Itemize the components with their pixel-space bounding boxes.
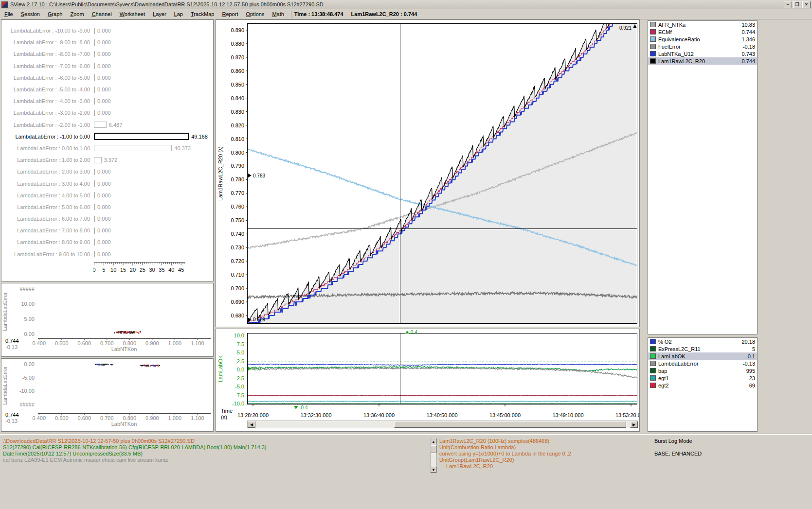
channel-row--o2[interactable]: % O220.18 <box>648 338 757 345</box>
scatter-plot-lower-panel[interactable]: LambdaLabError0.00-5.00-10.00#####0.4000… <box>1 358 214 432</box>
lambda-error-histogram-panel[interactable]: LambdaLabError : -10.00 to -9.000.000Lam… <box>1 19 214 281</box>
sub-graph-panel[interactable]: 10.07.55.02.50.0-2.5-5.0-7.5-10.0LamLabO… <box>216 329 640 432</box>
menu-item-report[interactable]: Report <box>218 10 242 18</box>
menu-item-layer[interactable]: Layer <box>149 10 170 18</box>
svg-text:0.810: 0.810 <box>231 136 244 142</box>
channel-row-lamlabok[interactable]: LamLabOK-0.1 <box>648 352 757 360</box>
histogram-row[interactable]: LambdaLabError : -10.00 to -9.000.000 <box>1 25 213 36</box>
channel-info-scrollbar-thumb[interactable] <box>431 445 436 453</box>
channel-row-egt2[interactable]: egt269 <box>648 382 757 389</box>
histogram-row-value: 0.000 <box>97 87 111 92</box>
main-graph-svg[interactable]: 0.8900.8800.8700.8600.8500.8400.8300.820… <box>216 20 639 327</box>
menu-item-channel[interactable]: Channel <box>88 10 116 18</box>
svg-text:13:40:50.000: 13:40:50.000 <box>426 412 457 418</box>
channel-row-lam1rawl2c-r20[interactable]: Lam1RawL2C_R200.744 <box>648 57 757 65</box>
time-scrollbar-track[interactable] <box>255 421 630 428</box>
histogram-row[interactable]: LambdaLabError : 3.00 to 4.000.000 <box>1 177 213 189</box>
upper-threshold-marker-icon <box>405 331 409 333</box>
svg-text:1.000: 1.000 <box>168 415 182 421</box>
svg-text:0.780: 0.780 <box>231 176 244 182</box>
channel-row-fuelerror[interactable]: FuelError-0.18 <box>648 43 757 50</box>
menu-item-session[interactable]: Session <box>17 10 44 18</box>
histogram-row[interactable]: LambdaLabError : -8.00 to -7.000.000 <box>1 48 213 60</box>
channel-row-bap[interactable]: bap995 <box>648 367 757 374</box>
histogram-row[interactable]: LambdaLabError : -1.00 to 0.0049.168 <box>1 131 213 142</box>
channel-row-expressl2c-r11[interactable]: ExPressL2C_R115 <box>648 345 757 352</box>
channel-row-afr-ntka[interactable]: AFR_NTKa10.83 <box>648 21 757 28</box>
svg-text:0.800: 0.800 <box>231 150 244 156</box>
histogram-row-label: LambdaLabError : 6.00 to 7.00 <box>1 216 90 222</box>
svg-text:10.00: 10.00 <box>21 301 35 307</box>
histogram-row[interactable]: LambdaLabError : 5.00 to 6.000.000 <box>1 201 213 213</box>
histogram-row[interactable]: LambdaLabError : -5.00 to -4.000.000 <box>1 84 213 95</box>
main-graph-panel[interactable]: 0.8900.8800.8700.8600.8500.8400.8300.820… <box>216 19 640 327</box>
svg-text:-7.5: -7.5 <box>235 392 244 398</box>
channel-info-scrollbar[interactable]: ▲ ▼ <box>430 438 437 473</box>
histogram-row[interactable]: LambdaLabError : 9.00 to 10.000.000 <box>1 248 213 260</box>
channel-row-lambdalaberror[interactable]: LambdaLabError-0.13 <box>648 360 757 367</box>
svg-text:-2.5: -2.5 <box>235 375 244 381</box>
channel-info-scrollbar-track[interactable] <box>431 444 436 467</box>
menu-item-lap[interactable]: Lap <box>170 10 187 18</box>
histogram-row[interactable]: LambdaLabError : -4.00 to -3.000.000 <box>1 95 213 107</box>
histogram-row[interactable]: LambdaLabError : -9.00 to -8.000.000 <box>1 36 213 48</box>
menubar: FileSessionGraphZoomChannelWorksheetLaye… <box>0 9 812 19</box>
channel-value: 69 <box>749 383 755 388</box>
channel-name: ExPressL2C_R11 <box>658 346 752 352</box>
time-scrollbar[interactable]: ◀ ▶ <box>247 421 638 428</box>
histogram-row[interactable]: LambdaLabError : -6.00 to -5.000.000 <box>1 72 213 84</box>
menu-item-trackmap[interactable]: TrackMap <box>187 10 218 18</box>
scroll-down-button[interactable]: ▼ <box>431 467 436 473</box>
histogram-row[interactable]: LambdaLabError : 4.00 to 5.000.000 <box>1 190 213 201</box>
channel-row-egt1[interactable]: egt123 <box>648 374 757 382</box>
histogram-bar <box>94 74 95 81</box>
scatter-lower-svg[interactable]: LambdaLabError0.00-5.00-10.00#####0.4000… <box>1 359 213 431</box>
svg-text:0.659: 0.659 <box>253 317 265 322</box>
svg-text:0.870: 0.870 <box>231 54 244 60</box>
svg-text:0.00: 0.00 <box>24 331 35 337</box>
svg-text:0.880: 0.880 <box>231 41 244 47</box>
histogram-row[interactable]: LambdaLabError : 6.00 to 7.000.000 <box>1 213 213 225</box>
histogram-row[interactable]: LambdaLabError : 7.00 to 8.000.000 <box>1 225 213 236</box>
histogram-row[interactable]: LambdaLabError : -7.00 to -6.000.000 <box>1 60 213 72</box>
histogram-row[interactable]: LambdaLabError : 2.00 to 3.000.000 <box>1 166 213 177</box>
log-file-info: .\DownloadedData\RR S12\2025-10-12 12-57… <box>3 438 267 463</box>
minimize-button[interactable]: – <box>784 1 792 8</box>
svg-text:0.740: 0.740 <box>231 231 244 237</box>
menu-item-zoom[interactable]: Zoom <box>66 10 88 18</box>
histogram-row[interactable]: LambdaLabError : 1.00 to 2.003.972 <box>1 154 213 166</box>
histogram-row[interactable]: LambdaLabError : 0.00 to 1.0040.373 <box>1 142 213 154</box>
histogram-bar <box>94 122 107 128</box>
svg-text:20: 20 <box>130 267 136 273</box>
sub-graph-svg[interactable]: 10.07.55.02.50.0-2.5-5.0-7.5-10.0LamLabO… <box>216 329 639 421</box>
histogram-row[interactable]: LambdaLabError : -2.00 to -1.006.487 <box>1 119 213 131</box>
histogram-row[interactable]: LambdaLabError : 8.00 to 9.000.000 <box>1 236 213 248</box>
channel-row-equivalenceratio[interactable]: EquivalenceRatio1.346 <box>648 35 757 43</box>
restore-button[interactable]: ❐ <box>793 1 801 8</box>
time-scrollbar-thumb[interactable] <box>394 421 626 428</box>
channel-color-chip <box>650 375 656 381</box>
scroll-right-button[interactable]: ▶ <box>630 421 638 428</box>
menu-item-options[interactable]: Options <box>242 10 268 18</box>
menu-item-math[interactable]: Math <box>268 10 288 18</box>
scatter-upper-svg[interactable]: LambdaLabError#####10.005.000.000.4000.5… <box>1 283 213 356</box>
histogram-row-label: LambdaLabError : 4.00 to 5.00 <box>1 193 90 198</box>
channel-row-ecmf[interactable]: ECMf0.744 <box>648 28 757 35</box>
histogram-row[interactable]: LambdaLabError : -3.00 to -2.000.000 <box>1 107 213 119</box>
channel-row-labntka-u12[interactable]: LabNTKa_U120.743 <box>648 50 757 57</box>
left-marker-icon <box>248 174 252 177</box>
menu-item-graph[interactable]: Graph <box>44 10 67 18</box>
histogram-row-value: 40.373 <box>174 145 191 151</box>
menu-item-worksheet[interactable]: Worksheet <box>116 10 149 18</box>
titlebar[interactable]: SView 2.17.10 : C:\Users\Public\Document… <box>0 0 812 9</box>
close-button[interactable]: ✕ <box>802 1 811 8</box>
channel-list-bottom: % O220.18ExPressL2C_R115LamLabOK-0.1Lamb… <box>648 338 757 389</box>
scroll-left-button[interactable]: ◀ <box>248 421 255 428</box>
status-line: Lam1RawL2C_R20 (100Hz) samples(486468) <box>439 438 571 444</box>
menu-item-file[interactable]: File <box>0 10 17 18</box>
scroll-up-button[interactable]: ▲ <box>431 439 436 444</box>
app-icon[interactable] <box>1 1 8 8</box>
histogram-row-label: LambdaLabError : 9.00 to 10.00 <box>1 251 90 257</box>
histogram-row-value: 0.000 <box>97 75 111 81</box>
scatter-plot-upper-panel[interactable]: LambdaLabError#####10.005.000.000.4000.5… <box>1 283 214 357</box>
